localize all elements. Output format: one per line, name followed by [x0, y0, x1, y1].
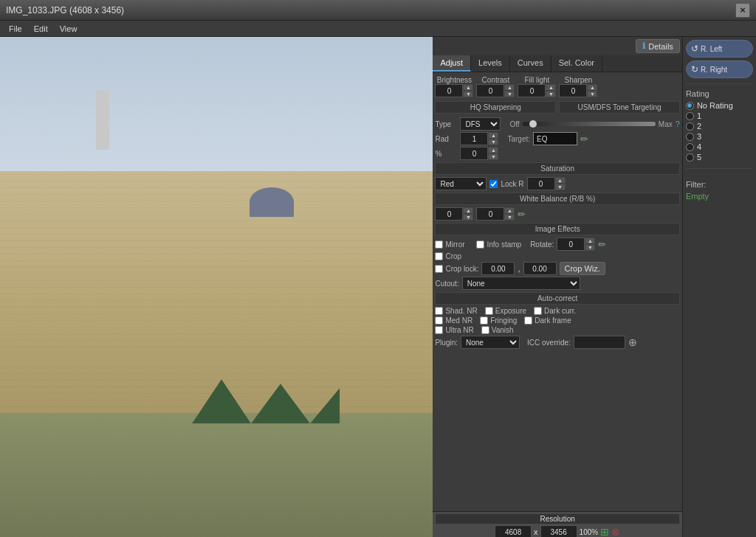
- rad-up[interactable]: ▲: [488, 132, 498, 139]
- lock-up[interactable]: ▲: [555, 177, 566, 184]
- rating-no-rating[interactable]: No Rating: [686, 101, 753, 110]
- wb2-up[interactable]: ▲: [504, 207, 515, 214]
- wb1-down[interactable]: ▼: [463, 214, 473, 221]
- menu-view[interactable]: View: [54, 23, 83, 35]
- fill-light-up[interactable]: ▲: [546, 84, 556, 91]
- wb-spinner2: ▲ ▼: [476, 207, 515, 221]
- lock-down[interactable]: ▼: [555, 184, 566, 190]
- crop-wiz-button[interactable]: Crop Wiz.: [560, 262, 605, 275]
- resolution-inputs: x 100% ⊞ ⊗: [436, 525, 678, 537]
- divider-1: [686, 83, 753, 84]
- wall-texture: [0, 171, 433, 413]
- pct-down[interactable]: ▼: [488, 153, 498, 160]
- crop-checkbox[interactable]: [435, 252, 443, 260]
- pct-up[interactable]: ▲: [488, 147, 498, 153]
- dark-frame-row: Dark frame: [524, 316, 571, 325]
- rad-down[interactable]: ▼: [488, 139, 498, 145]
- wb2-down[interactable]: ▼: [504, 214, 515, 221]
- height-input[interactable]: [540, 525, 577, 537]
- width-input[interactable]: [495, 525, 532, 537]
- tab-sel-color[interactable]: Sel. Color: [551, 55, 602, 72]
- plugin-select[interactable]: None: [461, 336, 520, 349]
- rating-4[interactable]: 4: [686, 142, 753, 151]
- fill-light-label: Fill light: [524, 76, 549, 84]
- icc-input[interactable]: [574, 336, 625, 349]
- shad-nr-checkbox[interactable]: [435, 307, 443, 315]
- mirror-checkbox[interactable]: [435, 240, 443, 249]
- wb-row: ▲ ▼ ▲ ▼ ✏: [435, 207, 679, 221]
- rating-3-label: 3: [697, 132, 701, 141]
- rating-1[interactable]: 1: [686, 111, 753, 120]
- target-input[interactable]: [533, 132, 577, 145]
- rating-5[interactable]: 5: [686, 153, 753, 162]
- sat-channel-select[interactable]: Red: [435, 177, 487, 190]
- lock-input[interactable]: [527, 177, 555, 190]
- rotate-pencil-icon[interactable]: ✏: [598, 239, 606, 250]
- adjust-controls: Brightness ▲ ▼ Contrast ▲: [433, 72, 681, 511]
- close-button[interactable]: ×: [735, 3, 750, 18]
- rating-3[interactable]: 3: [686, 132, 753, 141]
- reset-icon[interactable]: ⊗: [611, 526, 620, 537]
- rotate-down[interactable]: ▼: [585, 244, 595, 251]
- tab-levels[interactable]: Levels: [471, 55, 510, 72]
- fringing-checkbox[interactable]: [480, 316, 488, 325]
- dark-frame-checkbox[interactable]: [524, 316, 532, 325]
- crop-x-input[interactable]: [481, 262, 515, 275]
- fringing-label: Fringing: [490, 316, 517, 325]
- vanish-checkbox[interactable]: [481, 326, 489, 334]
- pencil-icon[interactable]: ✏: [580, 134, 588, 145]
- fill-light-down[interactable]: ▼: [546, 91, 556, 97]
- wb-input1[interactable]: [435, 207, 463, 221]
- auto-correct-header: Auto-correct: [435, 292, 679, 305]
- wb-input2[interactable]: [476, 207, 504, 221]
- sharpen-up[interactable]: ▲: [587, 84, 597, 91]
- lock-checkbox[interactable]: [489, 180, 498, 188]
- crop-lock-checkbox[interactable]: [435, 265, 443, 273]
- contrast-down[interactable]: ▼: [504, 91, 515, 97]
- cutout-select[interactable]: None: [462, 277, 580, 290]
- wb-pencil-icon[interactable]: ✏: [518, 209, 526, 220]
- med-nr-checkbox[interactable]: [435, 316, 443, 325]
- tab-curves[interactable]: Curves: [510, 55, 551, 72]
- bottom-panel: Resolution x 100% ⊞ ⊗ Pixel pos. 0000 00…: [433, 511, 681, 537]
- contrast-input[interactable]: [476, 84, 504, 97]
- dark-curr-checkbox[interactable]: [534, 307, 542, 315]
- r-right-button[interactable]: ↻ R. Right: [686, 60, 753, 78]
- details-button[interactable]: ℹ Details: [636, 39, 680, 53]
- wb1-up[interactable]: ▲: [463, 207, 473, 214]
- rotate-up[interactable]: ▲: [585, 238, 595, 244]
- contrast-up[interactable]: ▲: [504, 84, 515, 91]
- image-panel: [0, 37, 433, 537]
- menu-file[interactable]: File: [3, 23, 28, 35]
- brightness-down[interactable]: ▼: [463, 91, 473, 97]
- help-icon[interactable]: ?: [676, 119, 680, 128]
- dfs-slider[interactable]: [523, 122, 656, 126]
- sharpen-down[interactable]: ▼: [587, 91, 597, 97]
- auto-correct-row2: Med NR Fringing Dark frame: [435, 316, 679, 325]
- ultra-nr-checkbox[interactable]: [435, 326, 443, 334]
- brightness-up[interactable]: ▲: [463, 84, 473, 91]
- rating-2[interactable]: 2: [686, 122, 753, 131]
- radio-3: [686, 133, 694, 141]
- radio-5: [686, 153, 694, 162]
- rad-input[interactable]: [460, 132, 488, 145]
- r-left-button[interactable]: ↺ R. Left: [686, 40, 753, 58]
- r-left-label: R. Left: [701, 45, 722, 53]
- fill-light-spinner: ▲ ▼: [518, 84, 556, 97]
- slider-thumb: [529, 120, 537, 128]
- menu-edit[interactable]: Edit: [28, 23, 54, 35]
- crop-lock-label: Crop lock:: [445, 265, 478, 273]
- fill-light-input[interactable]: [518, 84, 546, 97]
- exposure-checkbox[interactable]: [485, 307, 493, 315]
- target-label: Target:: [507, 135, 530, 143]
- tab-adjust[interactable]: Adjust: [433, 55, 471, 72]
- icc-browse-icon[interactable]: ⊕: [628, 336, 637, 348]
- pct-input[interactable]: [460, 147, 488, 160]
- resize-icon[interactable]: ⊞: [600, 526, 609, 537]
- info-stamp-checkbox[interactable]: [476, 240, 484, 249]
- rotate-input[interactable]: [557, 238, 585, 251]
- sharpen-input[interactable]: [559, 84, 587, 97]
- crop-y-input[interactable]: [523, 262, 557, 275]
- type-select[interactable]: DFS: [460, 117, 501, 131]
- brightness-input[interactable]: [435, 84, 463, 97]
